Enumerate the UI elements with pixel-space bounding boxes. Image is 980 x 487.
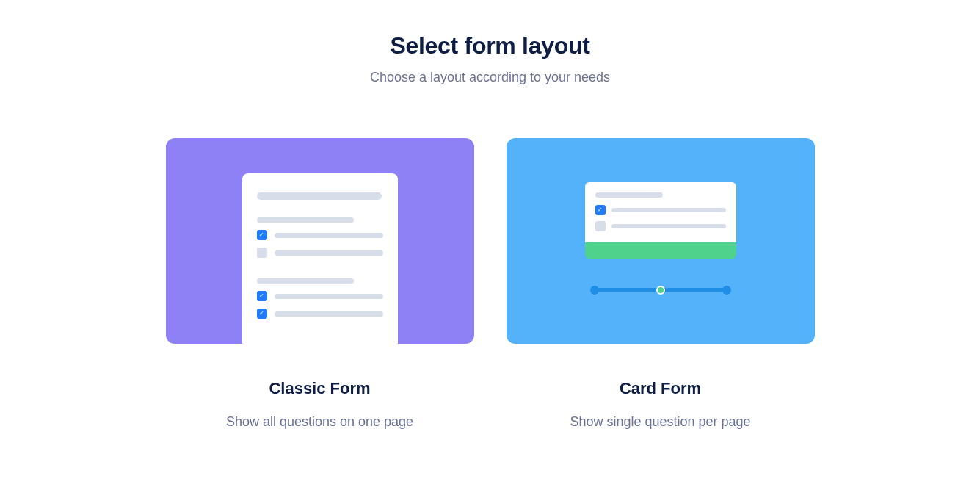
option-title: Classic Form [269, 379, 370, 398]
option-title: Card Form [620, 379, 701, 398]
checkbox-checked-icon: ✓ [257, 230, 267, 240]
checkbox-checked-icon: ✓ [257, 309, 267, 319]
page-title: Select form layout [390, 32, 589, 59]
card-footer-icon [585, 242, 736, 259]
checkbox-unchecked-icon [257, 248, 267, 258]
checkbox-unchecked-icon [595, 221, 606, 231]
progress-steps-icon [595, 288, 727, 292]
checkbox-checked-icon: ✓ [257, 291, 267, 301]
option-desc: Show all questions on one page [226, 414, 413, 430]
card-form-preview: ✓ [507, 138, 815, 344]
layout-options: ✓ ✓ ✓ Classic Form Show all questions on… [166, 138, 815, 430]
option-classic-form[interactable]: ✓ ✓ ✓ Classic Form Show all questions on… [166, 138, 474, 430]
option-card-form[interactable]: ✓ Card Form Show single question per pag… [507, 138, 815, 430]
page-subtitle: Choose a layout according to your needs [370, 70, 610, 85]
checkbox-checked-icon: ✓ [595, 205, 606, 215]
document-icon: ✓ ✓ ✓ [242, 173, 398, 344]
card-icon: ✓ [585, 182, 736, 245]
option-desc: Show single question per page [570, 414, 750, 430]
classic-form-preview: ✓ ✓ ✓ [166, 138, 474, 344]
